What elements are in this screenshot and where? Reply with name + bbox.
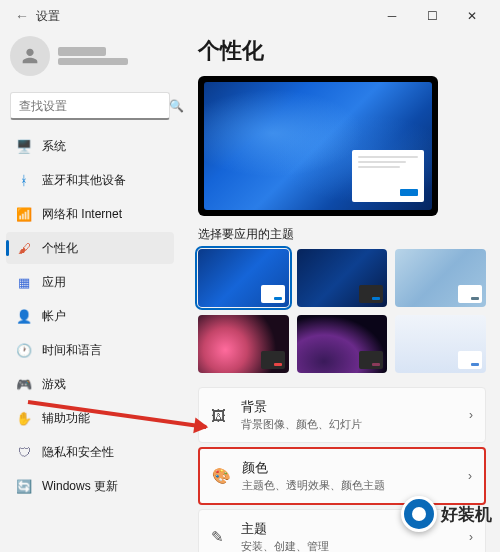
nav-item-5[interactable]: 👤帐户 (6, 300, 174, 332)
nav-item-4[interactable]: ▦应用 (6, 266, 174, 298)
nav-icon: 🕐 (16, 342, 32, 358)
card-subtitle: 主题色、透明效果、颜色主题 (242, 479, 456, 493)
desktop-preview (198, 76, 438, 216)
nav-label: 隐私和安全性 (42, 444, 114, 461)
maximize-button[interactable]: ☐ (412, 9, 452, 23)
content-area: 个性化 选择要应用的主题 🖼背景背景图像、颜色、幻灯片›🎨颜色主题色、透明效果、… (180, 32, 500, 552)
theme-option-5[interactable] (297, 315, 388, 373)
nav-icon: 🖌 (16, 240, 32, 256)
nav-label: 辅助功能 (42, 410, 90, 427)
watermark-text: 好装机 (441, 503, 492, 526)
nav-icon: ᚼ (16, 172, 32, 188)
nav-label: 时间和语言 (42, 342, 102, 359)
nav-label: 游戏 (42, 376, 66, 393)
watermark-icon (401, 496, 437, 532)
nav-item-7[interactable]: 🎮游戏 (6, 368, 174, 400)
window-title: 设置 (36, 8, 372, 25)
nav-label: 帐户 (42, 308, 66, 325)
search-box[interactable]: 🔍 (10, 92, 170, 120)
chevron-right-icon: › (469, 530, 473, 544)
theme-option-6[interactable] (395, 315, 486, 373)
close-button[interactable]: ✕ (452, 9, 492, 23)
chevron-right-icon: › (469, 408, 473, 422)
nav-label: 网络和 Internet (42, 206, 122, 223)
nav-label: Windows 更新 (42, 478, 118, 495)
chevron-right-icon: › (468, 469, 472, 483)
nav-label: 应用 (42, 274, 66, 291)
card-subtitle: 背景图像、颜色、幻灯片 (241, 418, 457, 432)
theme-option-3[interactable] (395, 249, 486, 307)
nav-icon: 🔄 (16, 478, 32, 494)
user-profile[interactable] (6, 32, 174, 86)
card-title: 背景 (241, 398, 457, 416)
nav-item-2[interactable]: 📶网络和 Internet (6, 198, 174, 230)
nav-item-9[interactable]: 🛡隐私和安全性 (6, 436, 174, 468)
card-icon: ✎ (211, 528, 229, 546)
nav-icon: ✋ (16, 410, 32, 426)
nav-label: 个性化 (42, 240, 78, 257)
nav-icon: 🎮 (16, 376, 32, 392)
nav-icon: 🛡 (16, 444, 32, 460)
nav-item-1[interactable]: ᚼ蓝牙和其他设备 (6, 164, 174, 196)
card-subtitle: 安装、创建、管理 (241, 540, 457, 552)
page-title: 个性化 (198, 36, 486, 66)
preview-window (352, 150, 424, 202)
theme-grid (198, 249, 486, 373)
card-icon: 🖼 (211, 407, 229, 424)
user-info (58, 47, 128, 65)
theme-option-1[interactable] (198, 249, 289, 307)
theme-option-2[interactable] (297, 249, 388, 307)
sidebar: 🔍 🖥️系统ᚼ蓝牙和其他设备📶网络和 Internet🖌个性化▦应用👤帐户🕐时间… (0, 32, 180, 552)
nav-icon: 🖥️ (16, 138, 32, 154)
nav-item-6[interactable]: 🕐时间和语言 (6, 334, 174, 366)
themes-label: 选择要应用的主题 (198, 226, 486, 243)
nav-label: 系统 (42, 138, 66, 155)
card-title: 颜色 (242, 459, 456, 477)
search-input[interactable] (19, 99, 169, 113)
minimize-button[interactable]: ─ (372, 9, 412, 23)
nav-icon: ▦ (16, 274, 32, 290)
nav-icon: 👤 (16, 308, 32, 324)
nav-item-10[interactable]: 🔄Windows 更新 (6, 470, 174, 502)
back-button[interactable]: ← (8, 8, 36, 24)
nav-label: 蓝牙和其他设备 (42, 172, 126, 189)
avatar (10, 36, 50, 76)
nav-item-3[interactable]: 🖌个性化 (6, 232, 174, 264)
watermark: 好装机 (401, 496, 492, 532)
card-icon: 🎨 (212, 467, 230, 485)
nav-item-0[interactable]: 🖥️系统 (6, 130, 174, 162)
nav-icon: 📶 (16, 206, 32, 222)
setting-card-0[interactable]: 🖼背景背景图像、颜色、幻灯片› (198, 387, 486, 443)
theme-option-4[interactable] (198, 315, 289, 373)
